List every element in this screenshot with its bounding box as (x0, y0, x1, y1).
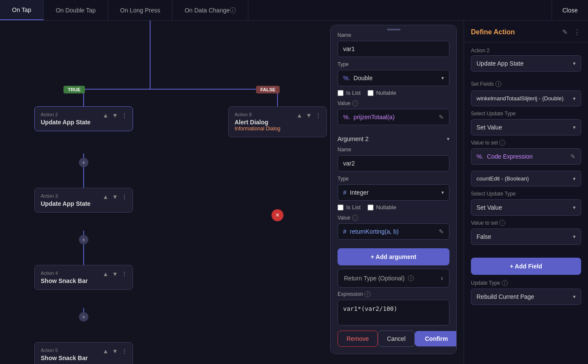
name-input-1[interactable] (338, 41, 449, 57)
action-type-chevron: ▾ (573, 60, 576, 66)
action8-menu-btn[interactable]: ⋮ (314, 111, 322, 120)
right-panel-header: Define Action ✎ ⋮ (464, 21, 588, 42)
value-type-icon-1: %. (343, 114, 350, 120)
action-up-btn[interactable]: ▲ (102, 111, 109, 120)
code-expr-field-1[interactable]: %. Code Expression ✎ (471, 148, 581, 165)
tab-bar: On Tap On Double Tap On Long Press On Da… (0, 0, 588, 21)
tab-on-double-tap[interactable]: On Double Tap (44, 0, 108, 20)
type-select-1[interactable]: %. Double ▾ (338, 70, 449, 86)
remove-button[interactable]: Remove (338, 331, 378, 347)
edit-icon-1[interactable]: ✎ (439, 114, 444, 120)
update-type-main-dropdown[interactable]: Rebuild Current Page ▾ (471, 289, 581, 305)
tab-on-long-press[interactable]: On Long Press (108, 0, 172, 20)
field-1: winkelmandTotaalSlijterij - (Double) ▾ S… (471, 90, 581, 165)
argument2-header[interactable]: Argument 2 ▾ (331, 130, 456, 147)
value-row-2: Value ○ (338, 215, 449, 221)
action3-menu-btn[interactable]: ⋮ (121, 193, 128, 201)
right-panel: Define Action ✎ ⋮ Action 2 Update App St… (464, 21, 588, 364)
main-content: TRUE FALSE Action 2 Update App State ▲ ▼… (0, 21, 588, 364)
action-card-5[interactable]: Action 5 Show Snack Bar ▲ ▼ ⋮ (34, 342, 133, 364)
update-type-chevron-1: ▾ (573, 124, 576, 130)
expression-box[interactable]: var1*(var2/100) (338, 300, 449, 325)
badge-true: TRUE (63, 86, 85, 93)
action5-menu-btn[interactable]: ⋮ (121, 347, 128, 355)
value-dropdown-2[interactable]: False ▾ (471, 229, 581, 245)
action3-up-btn[interactable]: ▲ (102, 193, 109, 201)
plus-after-action3[interactable]: + (79, 235, 88, 244)
update-type-dropdown-2[interactable]: Set Value ▾ (471, 199, 581, 216)
action-card-3-controls: ▲ ▼ ⋮ (102, 193, 128, 201)
action-card-5-title: Show Snack Bar (41, 355, 127, 361)
chevron-icon-1: ▾ (441, 75, 444, 81)
modal-scroll-indicator (331, 25, 456, 32)
right-panel-title: Define Action (471, 28, 515, 36)
plus-after-action4[interactable]: + (79, 312, 88, 322)
close-button[interactable]: Close (552, 0, 588, 20)
action-card-2[interactable]: Action 2 Update App State ▲ ▼ ⋮ (34, 106, 133, 131)
action4-up-btn[interactable]: ▲ (102, 270, 109, 278)
type-select-2[interactable]: # Integer ▾ (338, 184, 449, 201)
right-panel-header-icons: ✎ ⋮ (561, 27, 581, 37)
value-to-set-info-2: ○ (499, 220, 505, 226)
tab-on-tap[interactable]: On Tap (0, 0, 44, 20)
name-input-2[interactable] (338, 155, 449, 171)
set-fields-label: Set Fields i (471, 81, 581, 87)
action-down-btn[interactable]: ▼ (111, 111, 119, 120)
checkbox-row-2: Is List Nullable (338, 204, 449, 211)
edit-icon-btn[interactable]: ✎ (561, 27, 569, 37)
nullable-checkbox-1[interactable]: Nullable (368, 90, 396, 96)
action-card-8-sub: Informational Dialog (235, 126, 320, 132)
select-update-type-label-1: Select Update Type (471, 111, 581, 117)
edit-icon-2[interactable]: ✎ (439, 228, 444, 235)
action-card-4-controls: ▲ ▼ ⋮ (102, 270, 128, 278)
cancel-button[interactable]: Cancel (378, 331, 415, 347)
code-expr-edit-1[interactable]: ✎ (570, 153, 576, 160)
field-1-chevron: ▾ (573, 96, 576, 102)
plus-after-action2[interactable]: + (79, 158, 88, 167)
action-menu-btn[interactable]: ⋮ (121, 111, 128, 120)
is-list-checkbox-1[interactable]: Is List (338, 90, 361, 96)
more-options-btn[interactable]: ⋮ (573, 27, 581, 37)
action4-menu-btn[interactable]: ⋮ (121, 270, 128, 278)
action4-down-btn[interactable]: ▼ (111, 270, 119, 278)
value-type-icon-2: # (343, 228, 347, 235)
add-field-button[interactable]: + Add Field (471, 258, 581, 275)
action2-section-label: Action 2 (464, 42, 588, 55)
field-1-dropdown[interactable]: winkelmandTotaalSlijterij - (Double) ▾ (471, 90, 581, 106)
action8-down-btn[interactable]: ▼ (305, 111, 313, 120)
value-row-1: Value ○ (338, 100, 449, 106)
tab-on-data-change[interactable]: On Data Change i (172, 0, 248, 20)
badge-false: FALSE (256, 86, 280, 93)
type-label-1: Type (338, 61, 449, 67)
field-2-dropdown[interactable]: countEdit - (Boolean) ▾ (471, 171, 581, 187)
action3-down-btn[interactable]: ▼ (111, 193, 119, 201)
return-type-row[interactable]: Return Type (Optional) i › (338, 269, 449, 288)
action-card-4-title: Show Snack Bar (41, 277, 127, 284)
action-card-8[interactable]: Action 8 Alert Dialog Informational Dial… (228, 106, 327, 137)
update-type-info-icon: i (502, 280, 508, 286)
value-box-1[interactable]: %. prijzenTotaal(a) ✎ (338, 109, 449, 125)
info-icon: i (230, 7, 236, 13)
action5-down-btn[interactable]: ▼ (111, 347, 119, 355)
action-card-3[interactable]: Action 3 Update App State ▲ ▼ ⋮ (34, 188, 133, 213)
action-card-3-title: Update App State (41, 200, 127, 207)
nullable-checkbox-2[interactable]: Nullable (368, 204, 396, 211)
confirm-button[interactable]: Confirm (415, 331, 457, 346)
update-type-dropdown-1[interactable]: Set Value ▾ (471, 119, 581, 135)
checkbox-row-1: Is List Nullable (338, 90, 449, 96)
value-label-2: Value ○ (338, 215, 358, 221)
action-card-2-title: Update App State (41, 119, 127, 126)
modal-footer: Remove Cancel Confirm (331, 325, 456, 349)
value-to-set-label-2: Value to set ○ (471, 220, 581, 226)
add-argument-button[interactable]: + Add argument (338, 248, 449, 265)
action-card-4[interactable]: Action 4 Show Snack Bar ▲ ▼ ⋮ (34, 265, 133, 290)
action-type-dropdown[interactable]: Update App State ▾ (471, 55, 581, 72)
type-icon-2: # (343, 189, 347, 196)
value-info-icon-1: ○ (352, 100, 358, 106)
delete-action8-btn[interactable]: × (271, 209, 283, 221)
action8-up-btn[interactable]: ▲ (296, 111, 303, 120)
action5-up-btn[interactable]: ▲ (102, 347, 109, 355)
value-info-icon-2: ○ (352, 215, 358, 221)
value-box-2[interactable]: # returnKorting(a, b) ✎ (338, 223, 449, 240)
is-list-checkbox-2[interactable]: Is List (338, 204, 361, 211)
